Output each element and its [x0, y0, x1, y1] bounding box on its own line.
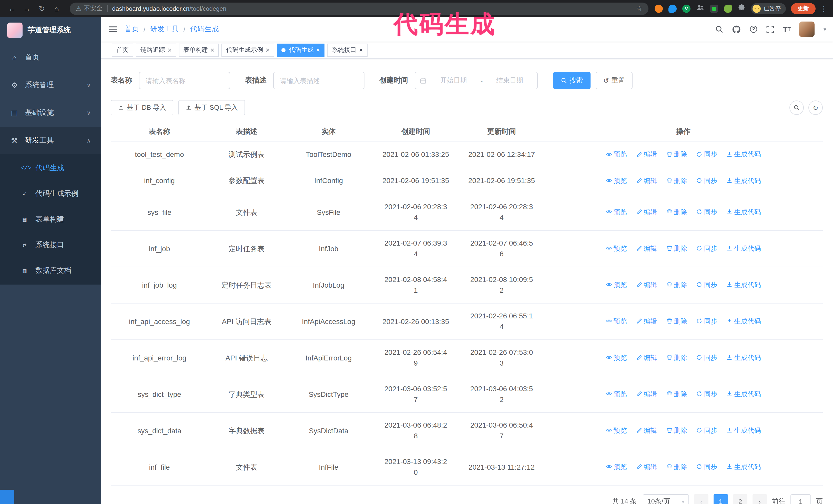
- delete-link[interactable]: 删除: [666, 175, 687, 186]
- submenu-item[interactable]: ▦ 表单构建: [0, 207, 101, 232]
- forward-icon[interactable]: →: [20, 4, 34, 13]
- sync-link[interactable]: 同步: [696, 389, 717, 400]
- tag-view-tab[interactable]: 首页 ×: [112, 43, 133, 57]
- edit-link[interactable]: 编辑: [636, 425, 657, 436]
- sync-link[interactable]: 同步: [696, 207, 717, 217]
- submenu-item[interactable]: ✓ 代码生成示例: [0, 181, 101, 207]
- tag-view-tab[interactable]: 系统接口 ×: [327, 43, 367, 57]
- end-date-placeholder[interactable]: 结束日期: [487, 76, 532, 85]
- chrome-menu-kebab-icon[interactable]: ⋮: [820, 4, 828, 13]
- preview-link[interactable]: 预览: [606, 461, 627, 472]
- create-time-range-picker[interactable]: 开始日期 - 结束日期: [415, 72, 538, 89]
- extension-people-icon[interactable]: [696, 3, 704, 14]
- edit-link[interactable]: 编辑: [636, 175, 657, 186]
- close-icon[interactable]: ×: [265, 47, 269, 53]
- preview-link[interactable]: 预览: [606, 207, 627, 217]
- close-icon[interactable]: ×: [210, 47, 214, 53]
- generate-code-link[interactable]: 生成代码: [727, 175, 761, 186]
- tag-view-tab[interactable]: 代码生成 ×: [277, 43, 325, 57]
- refresh-table-button[interactable]: ↻: [808, 100, 823, 115]
- extension-green-v-icon[interactable]: V: [682, 4, 690, 13]
- close-icon[interactable]: ×: [168, 47, 171, 53]
- breadcrumb-home[interactable]: 首页: [124, 25, 139, 34]
- edit-link[interactable]: 编辑: [636, 461, 657, 472]
- edit-link[interactable]: 编辑: [636, 243, 657, 254]
- generate-code-link[interactable]: 生成代码: [727, 352, 761, 363]
- generate-code-link[interactable]: 生成代码: [727, 389, 761, 400]
- table-name-input[interactable]: [139, 72, 230, 89]
- preview-link[interactable]: 预览: [606, 425, 627, 436]
- tag-view-tab[interactable]: 表单构建 ×: [178, 43, 219, 57]
- delete-link[interactable]: 删除: [666, 352, 687, 363]
- preview-link[interactable]: 预览: [606, 175, 627, 186]
- delete-link[interactable]: 删除: [666, 389, 687, 400]
- user-avatar[interactable]: [800, 22, 815, 37]
- preview-link[interactable]: 预览: [606, 352, 627, 363]
- delete-link[interactable]: 删除: [666, 316, 687, 327]
- help-icon[interactable]: [749, 25, 758, 33]
- profile-paused-badge[interactable]: 已暂停: [751, 3, 786, 14]
- extension-dark-icon[interactable]: [710, 4, 718, 13]
- github-icon[interactable]: [732, 25, 741, 33]
- sync-link[interactable]: 同步: [696, 352, 717, 363]
- edit-link[interactable]: 编辑: [636, 207, 657, 217]
- prev-page-button[interactable]: ‹: [694, 494, 709, 504]
- extension-orange-icon[interactable]: [654, 4, 663, 13]
- home-icon[interactable]: ⌂: [50, 4, 64, 13]
- search-button[interactable]: 搜索: [553, 72, 591, 89]
- table-desc-input[interactable]: [273, 72, 364, 89]
- page-button-1[interactable]: 1: [714, 494, 728, 504]
- sidebar-item-system-management[interactable]: ⚙ 系统管理 ∨: [0, 71, 101, 99]
- chrome-update-button[interactable]: 更新: [791, 3, 815, 14]
- reload-icon[interactable]: ↻: [35, 4, 49, 13]
- import-db-button[interactable]: 基于 DB 导入: [111, 100, 173, 115]
- preview-link[interactable]: 预览: [606, 389, 627, 400]
- edit-link[interactable]: 编辑: [636, 316, 657, 327]
- generate-code-link[interactable]: 生成代码: [727, 149, 761, 160]
- address-bar[interactable]: ⚠ 不安全 dashboard.yudao.iocoder.cn /tool/c…: [70, 2, 648, 15]
- close-icon[interactable]: ×: [316, 47, 320, 53]
- tag-view-tab[interactable]: 代码生成示例 ×: [221, 43, 274, 57]
- preview-link[interactable]: 预览: [606, 243, 627, 254]
- start-date-placeholder[interactable]: 开始日期: [431, 76, 476, 85]
- extension-blue-drop-icon[interactable]: [668, 4, 677, 13]
- font-size-icon[interactable]: TT: [783, 25, 791, 33]
- search-icon[interactable]: [715, 25, 723, 33]
- generate-code-link[interactable]: 生成代码: [727, 425, 761, 436]
- submenu-item[interactable]: ⇄ 系统接口: [0, 232, 101, 258]
- back-icon[interactable]: ←: [5, 4, 19, 13]
- sidebar-item-infrastructure[interactable]: ▤ 基础设施 ∨: [0, 99, 101, 127]
- delete-link[interactable]: 删除: [666, 461, 687, 472]
- sync-link[interactable]: 同步: [696, 175, 717, 186]
- delete-link[interactable]: 删除: [666, 149, 687, 160]
- page-size-select[interactable]: 10条/页 ▾: [643, 494, 689, 504]
- sidebar-item-home[interactable]: ⌂ 首页: [0, 44, 101, 71]
- delete-link[interactable]: 删除: [666, 207, 687, 217]
- import-sql-button[interactable]: 基于 SQL 导入: [178, 100, 245, 115]
- delete-link[interactable]: 删除: [666, 280, 687, 290]
- preview-link[interactable]: 预览: [606, 149, 627, 160]
- extension-leaf-icon[interactable]: [724, 4, 732, 13]
- sync-link[interactable]: 同步: [696, 316, 717, 327]
- generate-code-link[interactable]: 生成代码: [727, 461, 761, 472]
- avatar-caret-down-icon[interactable]: ▾: [824, 26, 826, 32]
- breadcrumb-dev-tools[interactable]: 研发工具: [150, 25, 179, 34]
- app-logo[interactable]: 芋道管理系统: [0, 17, 101, 44]
- edit-link[interactable]: 编辑: [636, 352, 657, 363]
- sync-link[interactable]: 同步: [696, 461, 717, 472]
- sync-link[interactable]: 同步: [696, 425, 717, 436]
- submenu-item[interactable]: </> 代码生成: [0, 155, 101, 181]
- show-search-toggle-button[interactable]: [789, 100, 804, 115]
- sync-link[interactable]: 同步: [696, 280, 717, 290]
- generate-code-link[interactable]: 生成代码: [727, 280, 761, 290]
- sidebar-item-dev-tools[interactable]: ⚒ 研发工具 ∧: [0, 127, 101, 154]
- preview-link[interactable]: 预览: [606, 280, 627, 290]
- edit-link[interactable]: 编辑: [636, 389, 657, 400]
- sync-link[interactable]: 同步: [696, 149, 717, 160]
- hamburger-icon[interactable]: [101, 25, 124, 33]
- delete-link[interactable]: 删除: [666, 425, 687, 436]
- edit-link[interactable]: 编辑: [636, 149, 657, 160]
- page-button-2[interactable]: 2: [733, 494, 747, 504]
- goto-page-input[interactable]: [790, 494, 811, 504]
- edit-link[interactable]: 编辑: [636, 280, 657, 290]
